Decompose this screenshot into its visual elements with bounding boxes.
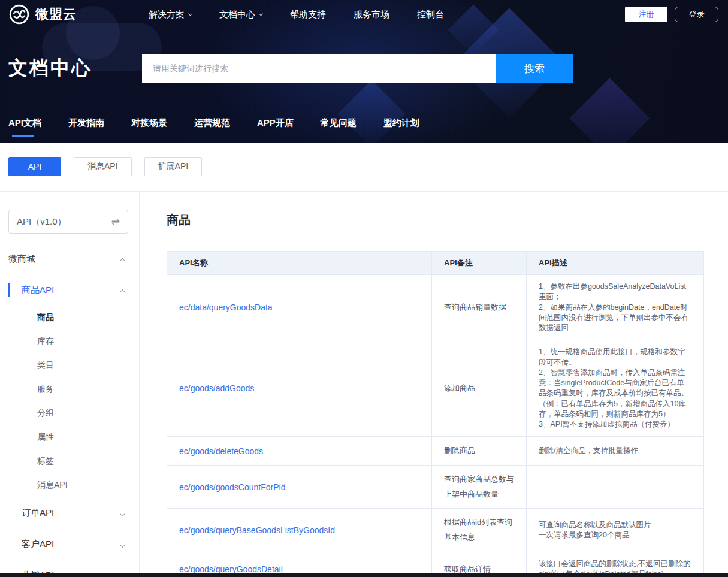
nav-item-label: 帮助支持 — [290, 9, 326, 20]
table-row: ec/goods/addGoods 添加商品 1、统一规格商品使用此接口，规格和… — [167, 340, 704, 437]
api-type-tab[interactable]: 消息API — [74, 157, 132, 176]
api-name-cell: ec/goods/addGoods — [167, 340, 432, 437]
sidebar-tree-item[interactable]: 消息API — [8, 473, 128, 497]
chevron-icon — [120, 258, 126, 264]
sidebar-tree-item[interactable]: 属性 — [8, 425, 128, 449]
api-desc-cell: 1、统一规格商品使用此接口，规格和参数字段可不传。 2、智慧零售添加商品时，传入… — [527, 340, 704, 437]
tab-label: API文档 — [8, 117, 41, 135]
doc-section-tab[interactable]: 对接场景 — [131, 117, 167, 137]
sidebar-tree-item[interactable]: 标签 — [8, 449, 128, 473]
api-link[interactable]: ec/goods/addGoods — [179, 383, 254, 393]
nav-item-label: 控制台 — [417, 9, 444, 20]
api-link[interactable]: ec/goods/goodsCountForPid — [179, 482, 285, 492]
nav-item-label: 解决方案 — [149, 9, 185, 20]
sidebar-tree-item[interactable]: 商品API — [8, 274, 128, 306]
brand-name: 微盟云 — [35, 5, 77, 23]
active-indicator-bar — [8, 283, 10, 297]
active-tab-underline — [12, 135, 34, 137]
chevron-down-icon — [259, 11, 263, 16]
nav-item[interactable]: 文档中心 — [219, 9, 262, 20]
tree-item-label: 商品 — [37, 312, 54, 323]
login-button[interactable]: 登录 — [675, 7, 718, 22]
api-remark-cell: 查询商品销量数据 — [432, 275, 527, 340]
sidebar-tree-item[interactable]: 分组 — [8, 401, 128, 425]
tab-label: 盟约计划 — [383, 117, 419, 135]
api-remark-cell: 根据商品id列表查询基本信息 — [432, 509, 527, 552]
api-version-selector[interactable]: API（v1.0） ⇌ — [8, 210, 128, 234]
chevron-icon — [120, 542, 126, 548]
section-heading: 商品 — [167, 212, 704, 228]
top-navbar: 微盟云 解决方案 文档中心 帮助支持 — [0, 0, 728, 29]
api-desc-cell: 1、参数在出参goodsSaleAnalyzeDataVoList里面； 2、如… — [527, 275, 704, 340]
api-desc-cell: 删除/清空商品，支持批量操作 — [527, 437, 704, 466]
footer-edge-bar — [0, 573, 728, 577]
tree-chevron — [120, 539, 125, 549]
sidebar-tree-item[interactable]: 订单API — [8, 497, 128, 528]
doc-section-tab[interactable]: 常见问题 — [321, 117, 357, 137]
sidebar-tree-item[interactable]: 商品 — [8, 306, 128, 330]
doc-section-tab[interactable]: 运营规范 — [194, 117, 230, 137]
sidebar-tree-item[interactable]: 服务 — [8, 377, 128, 401]
api-link[interactable]: ec/goods/queryGoodsDetail — [179, 564, 283, 574]
table-row: ec/goods/deleteGoods 删除商品 删除/清空商品，支持批量操作 — [167, 437, 704, 466]
api-desc-cell — [527, 465, 704, 508]
sidebar-tree-item[interactable]: 微商城 — [8, 243, 128, 274]
api-link[interactable]: ec/data/queryGoodsData — [179, 303, 273, 312]
chevron-icon — [120, 289, 126, 295]
api-name-cell: ec/goods/goodsCountForPid — [167, 465, 432, 508]
doc-section-tab[interactable]: API文档 — [8, 117, 41, 137]
api-remark-cell: 添加商品 — [432, 340, 527, 437]
nav-item[interactable]: 解决方案 — [149, 9, 192, 20]
doc-section-tab[interactable]: 开发指南 — [68, 117, 104, 137]
tree-item-label: 商品API — [22, 285, 54, 296]
nav-item[interactable]: 控制台 — [417, 9, 444, 20]
chevron-icon — [120, 510, 126, 516]
register-button[interactable]: 注册 — [625, 7, 667, 22]
nav-item-label: 文档中心 — [219, 9, 255, 20]
api-name-cell: ec/goods/queryBaseGoodsListByGoodsId — [167, 509, 432, 552]
page: 微盟云 解决方案 文档中心 帮助支持 — [0, 0, 728, 577]
column-header-api-name: API名称 — [167, 252, 432, 275]
page-title: 文档中心 — [8, 55, 142, 81]
content-area: API（v1.0） ⇌ 微商城 商品API — [0, 192, 728, 577]
api-name-cell: ec/data/queryGoodsData — [167, 275, 432, 340]
tree-item-label: 属性 — [37, 432, 54, 443]
chevron-down-icon — [188, 11, 192, 16]
nav-item[interactable]: 帮助支持 — [290, 9, 326, 20]
tree-item-label: 类目 — [37, 360, 54, 371]
api-link[interactable]: ec/goods/deleteGoods — [179, 446, 263, 456]
sidebar-tree-item[interactable]: 客户API — [8, 528, 128, 560]
tree-item-label: 标签 — [37, 456, 54, 467]
tree-item-label: 库存 — [37, 336, 54, 347]
tree-item-label: 客户API — [22, 539, 54, 550]
doc-section-tab[interactable]: APP开店 — [257, 117, 294, 137]
tab-label: 常见问题 — [321, 117, 357, 135]
api-type-tab[interactable]: API — [8, 157, 61, 176]
search-input[interactable] — [142, 54, 496, 83]
table-row: ec/goods/goodsCountForPid 查询商家商品总数与上架中商品… — [167, 465, 704, 508]
column-header-api-remark: API备注 — [432, 252, 527, 275]
auth-buttons: 注册 登录 — [625, 7, 718, 22]
tab-label: 运营规范 — [194, 117, 230, 135]
search-button[interactable]: 搜索 — [496, 54, 573, 83]
main-panel: 商品 API名称 API备注 API描述 — [140, 192, 728, 577]
search-bar: 搜索 — [142, 54, 573, 83]
sidebar-tree: 微商城 商品API 商品 — [8, 243, 128, 577]
sidebar-tree-item[interactable]: 库存 — [8, 330, 128, 354]
tree-chevron — [120, 254, 125, 264]
tab-label: 开发指南 — [68, 117, 104, 135]
tab-label: APP开店 — [257, 117, 294, 135]
nav-item[interactable]: 服务市场 — [354, 9, 389, 20]
api-desc-cell: 可查询商品名称以及商品默认图片 一次请求最多查询20个商品 — [527, 509, 704, 552]
brand-logo[interactable]: 微盟云 — [8, 4, 77, 25]
api-link[interactable]: ec/goods/queryBaseGoodsListByGoodsId — [179, 525, 335, 535]
sidebar: API（v1.0） ⇌ 微商城 商品API — [0, 192, 140, 577]
tree-item-label: 微商城 — [8, 253, 35, 265]
api-type-tab[interactable]: 扩展API — [144, 157, 203, 176]
doc-section-tab[interactable]: 盟约计划 — [383, 117, 419, 137]
tree-item-label: 服务 — [37, 384, 54, 395]
api-type-tabs: API 消息API 扩展API — [0, 143, 728, 192]
main-nav: 解决方案 文档中心 帮助支持 服务市场 — [149, 9, 444, 20]
hero-middle: 文档中心 搜索 — [0, 54, 728, 83]
sidebar-tree-item[interactable]: 类目 — [8, 354, 128, 377]
